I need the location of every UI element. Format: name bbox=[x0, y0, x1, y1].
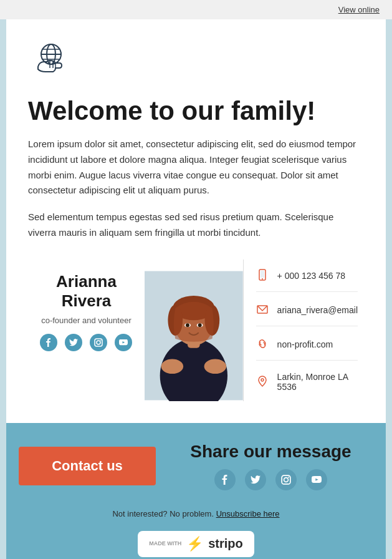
profile-social-icons bbox=[40, 334, 132, 351]
footer-social-icons bbox=[168, 469, 373, 490]
stripo-brand-name: stripo bbox=[208, 537, 243, 551]
profile-contact-info: + 000 123 456 78 ariana_rivera@email bbox=[243, 260, 364, 401]
stripo-badge: MADE WITH ⚡ stripo bbox=[19, 531, 373, 557]
profile-photo bbox=[145, 260, 243, 401]
top-bar: View online bbox=[0, 0, 392, 19]
profile-title: co-founder and volunteer bbox=[41, 316, 131, 325]
contact-website: non-profit.com bbox=[277, 339, 333, 349]
svg-rect-29 bbox=[282, 475, 290, 484]
contact-phone-row: + 000 123 456 78 bbox=[256, 269, 358, 292]
contact-email-row: ariana_rivera@email bbox=[256, 303, 358, 326]
contact-address-row: Larkin, Monroe LA 5536 bbox=[256, 372, 358, 392]
footer-twitter-icon[interactable] bbox=[245, 469, 266, 490]
svg-point-31 bbox=[288, 477, 289, 478]
profile-instagram-icon[interactable] bbox=[90, 334, 107, 351]
phone-icon bbox=[256, 269, 270, 283]
body-paragraph-2: Sed elementum tempus egestas sed sed ris… bbox=[28, 210, 364, 241]
svg-point-20 bbox=[186, 323, 189, 327]
email-icon bbox=[256, 303, 270, 317]
logo-icon-container bbox=[28, 38, 364, 84]
body-paragraph-1: Lorem ipsum dolor sit amet, consectetur … bbox=[28, 137, 364, 198]
svg-rect-25 bbox=[261, 271, 264, 278]
svg-point-26 bbox=[262, 278, 263, 280]
footer-section: Contact us Share our message Not i bbox=[6, 423, 386, 559]
footer-youtube-icon[interactable] bbox=[306, 469, 327, 490]
profile-section: Arianna Rivera co-founder and volunteer bbox=[28, 260, 364, 401]
contact-website-row: non-profit.com bbox=[256, 338, 358, 361]
svg-point-9 bbox=[97, 341, 100, 344]
svg-point-23 bbox=[204, 359, 226, 374]
globe-hands-icon bbox=[28, 38, 72, 82]
link-icon bbox=[256, 338, 270, 351]
share-title: Share our message bbox=[168, 442, 373, 462]
profile-youtube-icon[interactable] bbox=[115, 334, 132, 351]
profile-facebook-icon[interactable] bbox=[40, 334, 57, 351]
contact-us-button[interactable]: Contact us bbox=[19, 447, 156, 485]
unsubscribe-section: Not interested? No problem. Unsubscribe … bbox=[19, 509, 373, 518]
profile-twitter-icon[interactable] bbox=[65, 334, 82, 351]
contact-phone: + 000 123 456 78 bbox=[277, 271, 345, 281]
view-online-link[interactable]: View online bbox=[338, 5, 380, 14]
footer-top: Contact us Share our message bbox=[19, 442, 373, 490]
svg-point-21 bbox=[198, 323, 202, 327]
stripo-made-with-label: MADE WITH bbox=[149, 540, 181, 547]
share-section: Share our message bbox=[168, 442, 373, 490]
stripo-logo: MADE WITH ⚡ stripo bbox=[138, 531, 254, 557]
svg-rect-8 bbox=[95, 339, 102, 346]
profile-left: Arianna Rivera co-founder and volunteer bbox=[28, 260, 145, 401]
footer-facebook-icon[interactable] bbox=[214, 469, 236, 490]
svg-point-22 bbox=[161, 359, 183, 374]
footer-instagram-icon[interactable] bbox=[275, 469, 297, 490]
svg-point-10 bbox=[100, 340, 102, 341]
svg-point-30 bbox=[284, 477, 289, 482]
svg-point-28 bbox=[261, 379, 264, 381]
profile-person-svg bbox=[145, 270, 243, 401]
profile-name: Arianna Rivera bbox=[34, 272, 138, 311]
unsubscribe-link[interactable]: Unsubscribe here bbox=[216, 509, 280, 518]
location-icon bbox=[256, 375, 270, 389]
stripo-lightning-icon: ⚡ bbox=[186, 536, 203, 552]
unsubscribe-static-text: Not interested? No problem. bbox=[112, 509, 214, 518]
main-card: Welcome to our family! Lorem ipsum dolor… bbox=[6, 19, 386, 423]
contact-email: ariana_rivera@email bbox=[277, 305, 358, 315]
welcome-title: Welcome to our family! bbox=[28, 97, 364, 125]
contact-address: Larkin, Monroe LA 5536 bbox=[277, 372, 358, 392]
